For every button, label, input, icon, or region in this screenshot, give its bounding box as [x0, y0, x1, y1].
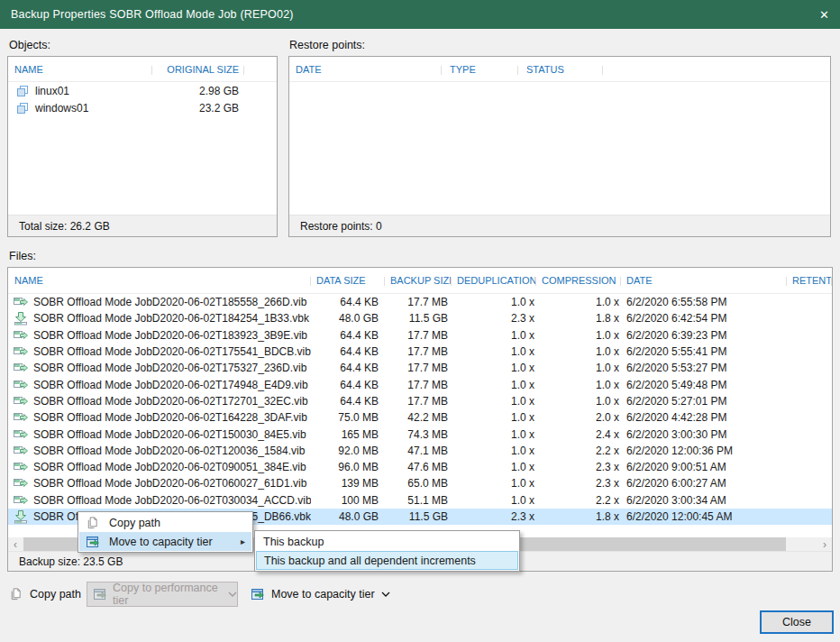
vbk-icon	[14, 509, 28, 524]
restore-col-type[interactable]: TYPE	[442, 64, 518, 75]
files-col-retention[interactable]: RETENTION	[787, 275, 832, 286]
action-bar: Copy path Copy to performance tier Move …	[0, 581, 840, 608]
file-row[interactable]: SOBR Offload Mode JobD2020-06-02T185558_…	[8, 294, 832, 310]
files-col-deduplication[interactable]: DEDUPLICATION	[452, 275, 536, 286]
window-title: Backup Properties SOBR Offload Mode Job …	[11, 8, 294, 21]
file-row[interactable]: SOBR Offload Mode JobD2020-06-02T150030_…	[8, 426, 832, 442]
submenu-item-this-backup-and-all-dependent-increments[interactable]: This backup and all dependent increments	[256, 551, 518, 570]
vib-icon	[14, 361, 28, 375]
submenu-arrow-icon: ▸	[241, 537, 245, 546]
file-row[interactable]: SOBR Offload Mode JobD2020-06-02T175541_…	[8, 344, 832, 360]
object-row[interactable]: linux012.98 GB	[8, 82, 277, 99]
vib-icon	[14, 460, 28, 474]
vbk-icon	[14, 311, 28, 326]
objects-footer: Total size: 26.2 GB	[8, 215, 277, 236]
restore-col-status[interactable]: STATUS	[518, 64, 603, 75]
vib-icon	[14, 394, 28, 408]
move-capacity-icon	[251, 587, 265, 601]
vib-icon	[14, 328, 28, 343]
vm-icon	[15, 84, 30, 98]
files-col-backup-size[interactable]: BACKUP SIZE	[385, 275, 452, 286]
file-row[interactable]: SOBR Offload Mode JobD2020-06-02T120036_…	[8, 443, 832, 459]
files-label: Files:	[9, 250, 36, 262]
titlebar: Backup Properties SOBR Offload Mode Job …	[0, 0, 840, 29]
objects-panel: NAME ORIGINAL SIZE linux012.98 GBwindows…	[7, 56, 278, 237]
file-row[interactable]: SOBR Offload Mode JobD2020-06-02T030034_…	[8, 492, 832, 509]
files-col-data-size[interactable]: DATA SIZE	[311, 275, 385, 286]
menu-item-copy-path[interactable]: Copy path	[79, 513, 251, 532]
copy-icon	[86, 516, 100, 530]
vib-icon	[14, 493, 28, 508]
chevron-down-icon	[381, 592, 390, 597]
copy-performance-tier-icon	[93, 587, 107, 601]
vib-icon	[14, 476, 28, 491]
submenu-item-this-backup[interactable]: This backup	[256, 532, 518, 551]
vm-icon	[15, 101, 30, 115]
vib-icon	[14, 427, 28, 442]
menu-item-move-to-capacity-tier[interactable]: Move to capacity tier ▸	[79, 532, 251, 551]
file-row[interactable]: SOBR Offload Mode JobD2020-06-02T060027_…	[8, 475, 832, 491]
move-capacity-icon	[86, 535, 100, 549]
objects-col-original-size[interactable]: ORIGINAL SIZE	[152, 64, 244, 75]
scroll-right-icon[interactable]: ›	[817, 537, 832, 552]
objects-label: Objects:	[9, 39, 50, 51]
vib-icon	[14, 444, 28, 458]
restore-col-date[interactable]: DATE	[289, 64, 442, 75]
vib-icon	[14, 295, 28, 309]
copy-icon	[9, 587, 23, 601]
vib-icon	[14, 344, 28, 359]
file-row[interactable]: SOBR Offload Mode JobD2020-06-02T164228_…	[8, 409, 832, 426]
context-submenu: This backup This backup and all dependen…	[254, 530, 520, 572]
vib-icon	[14, 410, 28, 425]
files-table-body: SOBR Offload Mode JobD2020-06-02T185558_…	[8, 294, 832, 525]
files-col-name[interactable]: NAME	[8, 275, 311, 286]
copy-to-performance-tier-button[interactable]: Copy to performance tier	[87, 582, 238, 607]
objects-table-body: linux012.98 GBwindows0123.2 GB	[8, 82, 277, 116]
chevron-down-icon	[228, 592, 237, 597]
objects-col-name[interactable]: NAME	[8, 64, 152, 75]
files-header: NAME DATA SIZE BACKUP SIZE DEDUPLICATION…	[8, 268, 832, 294]
vib-icon	[14, 378, 28, 392]
file-row[interactable]: SOBR Offload Mode JobD2020-06-02T183923_…	[8, 327, 832, 344]
file-row[interactable]: SOBR Offload Mode JobD2020-06-02T172701_…	[8, 393, 832, 409]
file-row[interactable]: SOBR Offload Mode JobD2020-06-02T174948_…	[8, 376, 832, 392]
move-to-capacity-tier-button[interactable]: Move to capacity tier	[251, 582, 390, 607]
restore-points-footer: Restore points: 0	[289, 215, 830, 236]
object-row[interactable]: windows0123.2 GB	[8, 99, 277, 116]
objects-header: NAME ORIGINAL SIZE	[8, 57, 277, 82]
restore-points-header: DATE TYPE STATUS	[289, 57, 830, 82]
files-col-date[interactable]: DATE	[621, 275, 787, 286]
restore-points-panel: DATE TYPE STATUS Restore points: 0	[288, 56, 831, 237]
copy-path-button[interactable]: Copy path	[9, 582, 81, 607]
window-close-icon[interactable]: ✕	[819, 0, 829, 29]
file-row[interactable]: SOBR Offload Mode JobD2020-06-02T090051_…	[8, 459, 832, 475]
file-row[interactable]: SOBR Offload Mode JobD2020-06-02T184254_…	[8, 310, 832, 326]
context-menu: Copy path Move to capacity tier ▸	[78, 511, 253, 553]
files-col-compression[interactable]: COMPRESSION	[536, 275, 621, 286]
scroll-left-icon[interactable]: ‹	[8, 537, 23, 552]
close-button[interactable]: Close	[760, 610, 834, 634]
file-row[interactable]: SOBR Offload Mode JobD2020-06-02T175327_…	[8, 360, 832, 376]
restore-points-label: Restore points:	[289, 39, 365, 51]
